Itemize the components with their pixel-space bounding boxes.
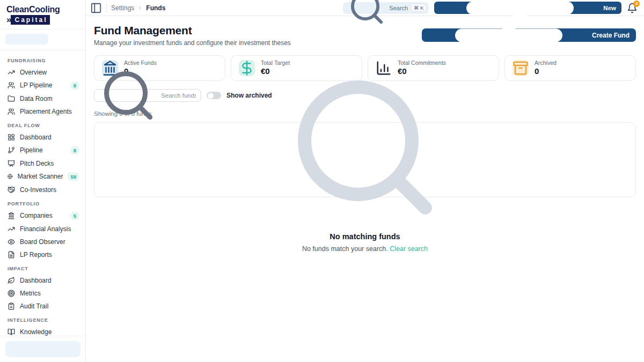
- sidebar-item-label: Market Scanner: [18, 173, 63, 180]
- sidebar-item-label: Overview: [20, 69, 79, 76]
- sidebar-item-co-investors[interactable]: Co-Investors: [8, 184, 79, 196]
- handshake-icon: [8, 186, 15, 194]
- sidebar-item-overview[interactable]: Overview: [8, 67, 79, 78]
- nav-section-label: DEAL FLOW: [8, 123, 79, 128]
- folder-icon: [8, 95, 15, 102]
- brand-logo: CleanCooling » Capital: [0, 0, 85, 29]
- clipboard-icon: [8, 302, 15, 310]
- show-archived-toggle[interactable]: [207, 92, 221, 99]
- clear-search-link[interactable]: Clear search: [390, 245, 428, 253]
- sidebar-item-companies[interactable]: Companies5: [8, 210, 79, 222]
- show-archived-label: Show archived: [226, 92, 272, 99]
- sidebar-item-dashboard[interactable]: Dashboard: [8, 131, 79, 143]
- sidebar-item-label: Pipeline: [20, 146, 66, 154]
- sidebar-skeleton-section: [0, 29, 85, 50]
- breadcrumb-funds: Funds: [146, 4, 165, 12]
- empty-state-title: No matching funds: [330, 232, 400, 241]
- empty-state-text: No funds match your search.: [302, 245, 388, 253]
- book-open-icon: [8, 328, 15, 336]
- new-button-label: New: [603, 5, 616, 11]
- sidebar-item-lp-pipeline[interactable]: LP Pipeline8: [8, 79, 79, 92]
- stat-label: Active Funds: [124, 60, 157, 67]
- breadcrumb: Settings Funds: [111, 4, 165, 12]
- count-badge: 5: [71, 212, 79, 220]
- sidebar-item-label: LP Pipeline: [20, 82, 66, 89]
- sidebar-item-label: Dashboard: [20, 277, 79, 284]
- sidebar-item-metrics[interactable]: Metrics: [8, 287, 79, 299]
- nav-section-label: IMPACT: [8, 266, 79, 271]
- count-badge: 8: [71, 146, 79, 154]
- sidebar-item-financial-analysis[interactable]: Financial Analysis: [8, 223, 79, 235]
- sidebar-item-pitch-decks[interactable]: Pitch Decks: [8, 158, 79, 169]
- stat-value: 0: [535, 67, 557, 77]
- sidebar-item-placement-agents[interactable]: Placement Agents: [8, 106, 79, 117]
- sidebar-item-market-scanner[interactable]: Market Scanner59: [8, 171, 79, 183]
- topbar-divider: [106, 4, 107, 12]
- sidebar-item-label: Placement Agents: [20, 108, 79, 115]
- keyboard-shortcut-badge: ⌘ K: [411, 4, 426, 12]
- count-badge: 8: [71, 82, 79, 90]
- archive-icon: [513, 60, 529, 76]
- funds-search[interactable]: [94, 89, 201, 102]
- stat-label: Total Commitments: [398, 60, 446, 67]
- notifications-button[interactable]: 3: [627, 3, 638, 13]
- grid-icon: [8, 134, 15, 141]
- dollar-icon: [239, 60, 255, 76]
- sidebar-item-label: Financial Analysis: [20, 225, 79, 233]
- file-icon: [8, 251, 15, 258]
- sidebar-nav: FUNDRAISINGOverviewLP Pipeline8Data Room…: [0, 50, 85, 338]
- create-fund-label: Create Fund: [592, 32, 630, 39]
- sidebar-item-label: Companies: [20, 212, 66, 219]
- sidebar-item-label: Dashboard: [20, 134, 79, 141]
- empty-state-card: No matching funds No funds match your se…: [94, 122, 636, 197]
- sidebar-item-label: Metrics: [20, 290, 79, 297]
- sidebar-item-lp-reports[interactable]: LP Reports: [8, 249, 79, 261]
- nav-section-label: PORTFOLIO: [8, 201, 79, 206]
- content: Fund Management Manage your investment f…: [86, 16, 644, 362]
- brand-name-line2: Capital: [11, 15, 50, 25]
- bank-icon: [8, 212, 15, 219]
- brand-chevrons-icon: »: [6, 16, 10, 24]
- topbar: Settings Funds ⌘ K New 3: [86, 0, 644, 16]
- global-search[interactable]: ⌘ K: [343, 2, 429, 14]
- sidebar-item-audit-trail[interactable]: Audit Trail: [8, 300, 79, 312]
- sidebar-item-label: Data Room: [20, 95, 79, 102]
- trending-up-icon: [8, 69, 15, 76]
- leaf-icon: [8, 277, 15, 284]
- create-fund-button[interactable]: Create Fund: [422, 28, 636, 42]
- global-search-input[interactable]: [389, 5, 408, 11]
- funds-search-input[interactable]: [161, 92, 196, 99]
- users-icon: [8, 108, 15, 115]
- stat-label: Total Target: [261, 60, 290, 67]
- sidebar: CleanCooling » Capital FUNDRAISINGOvervi…: [0, 0, 86, 362]
- sidebar-item-board-observer[interactable]: Board Observer: [8, 236, 79, 248]
- sidebar-item-label: Pitch Decks: [20, 160, 79, 167]
- users-icon: [8, 82, 15, 89]
- sidebar-item-label: Audit Trail: [20, 302, 79, 310]
- notification-count-badge: 3: [633, 1, 640, 7]
- globe-icon: [8, 173, 13, 180]
- sidebar-item-data-room[interactable]: Data Room: [8, 93, 79, 105]
- app-root: CleanCooling » Capital FUNDRAISINGOvervi…: [0, 0, 644, 362]
- page-title: Fund Management: [94, 24, 291, 37]
- breadcrumb-settings[interactable]: Settings: [111, 4, 134, 12]
- sidebar-item-pipeline[interactable]: Pipeline8: [8, 144, 79, 157]
- toggle-knob: [208, 93, 214, 99]
- stat-label: Archived: [535, 60, 557, 67]
- sidebar-toggle-button[interactable]: [90, 2, 102, 14]
- new-button[interactable]: New: [434, 2, 621, 14]
- main-column: Settings Funds ⌘ K New 3: [86, 0, 644, 362]
- stat-card-archived: Archived0: [504, 55, 636, 81]
- chevron-right-icon: [137, 5, 143, 11]
- presentation-icon: [8, 160, 15, 167]
- nav-section-label: INTELLIGENCE: [8, 317, 79, 323]
- sidebar-item-label: Co-Investors: [20, 186, 79, 194]
- skeleton-placeholder: [5, 341, 80, 357]
- trending-up-icon: [8, 225, 15, 233]
- git-branch-icon: [8, 146, 15, 154]
- sidebar-item-dashboard[interactable]: Dashboard: [8, 275, 79, 286]
- sidebar-item-label: LP Reports: [20, 251, 79, 258]
- skeleton-placeholder: [5, 34, 48, 45]
- brand-name-line1: CleanCooling: [6, 5, 79, 14]
- nav-section-label: FUNDRAISING: [8, 58, 79, 63]
